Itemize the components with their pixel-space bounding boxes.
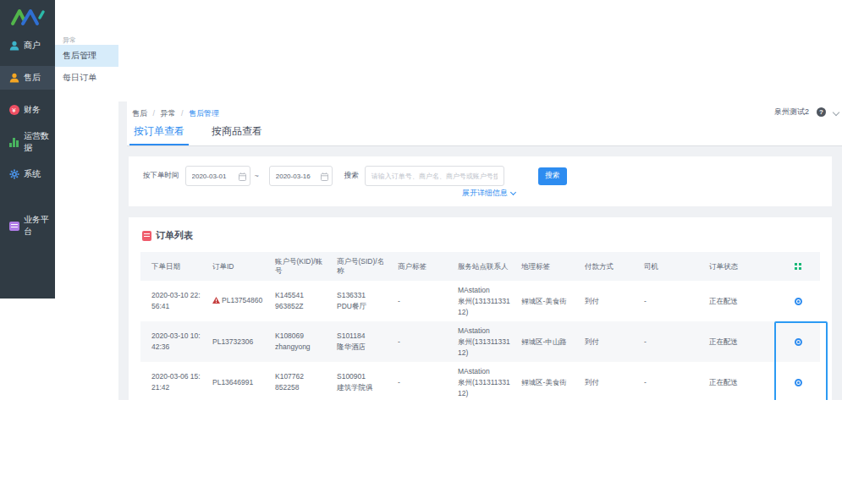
cell-order-status: 正在配送	[698, 296, 776, 307]
cell-order-id: PL13646991	[201, 377, 264, 388]
primary-sidebar: 商户 售后 ¥ 财务 运营数据 系统 业务平	[0, 0, 55, 299]
sidebar-item-label: 商户	[24, 40, 41, 52]
search-button[interactable]: 搜索	[538, 167, 567, 185]
breadcrumb-item[interactable]: 异常	[161, 109, 176, 118]
cell-order-status: 正在配送	[698, 377, 776, 388]
card-title-text: 订单列表	[156, 229, 193, 242]
search-label: 搜索	[344, 171, 359, 181]
breadcrumb-item[interactable]: 售后	[132, 109, 147, 118]
submenu-group-label: 异常	[63, 36, 118, 45]
cell-order-id: PL13754860	[201, 295, 264, 307]
cell-order-id: PL13732306	[201, 337, 264, 348]
date-to-input[interactable]	[269, 166, 333, 186]
submenu-item-daily-orders[interactable]: 每日订单	[55, 67, 118, 89]
help-icon[interactable]: ?	[817, 107, 826, 117]
cell-sid-name: S100901 建筑学院俱	[326, 371, 387, 393]
col-header-order-id: 订单ID	[201, 262, 264, 271]
date-range-label: 按下单时间	[143, 171, 179, 181]
filter-card: 按下单时间 ~ 搜索 搜索 展开详细信息	[129, 156, 832, 206]
view-order-button[interactable]	[795, 298, 802, 305]
order-list-card: 订单列表 下单日期 订单ID 账户号(KID)/账号 商户号(SID)/名称 商…	[129, 217, 832, 400]
sidebar-item-system[interactable]: 系统	[0, 162, 55, 186]
cell-actions	[776, 338, 820, 346]
submenu-item-aftersales-management[interactable]: 售后管理	[55, 45, 118, 67]
col-header-merchant-tag: 商户标签	[387, 262, 447, 271]
user-area: 泉州测试2 ?	[774, 107, 835, 118]
merchant-person-icon	[8, 41, 19, 52]
order-list-icon	[142, 231, 151, 241]
warning-icon	[212, 296, 220, 307]
cell-order-date: 2020-03-10 22:56:41	[140, 290, 201, 312]
table-row: 2020-03-10 22:56:41 PL13754860 K145541 9…	[140, 281, 820, 321]
col-header-kid-account: 账户号(KID)/账号	[264, 257, 326, 276]
cell-geo-tag: 鲤城区-美食街	[510, 296, 574, 307]
cell-order-date: 2020-03-10 10:42:36	[140, 331, 201, 353]
tab-by-order[interactable]: 按订单查看	[129, 124, 189, 145]
cell-payment: 到付	[574, 337, 633, 348]
sidebar-item-label: 系统	[24, 168, 41, 180]
date-from-input[interactable]	[185, 166, 250, 186]
cell-station-contact: MAstation 泉州(13131133112)	[447, 366, 510, 399]
table-row: 2020-03-06 15:21:42 PL13646991 K107762 8…	[140, 362, 820, 400]
cell-sid-name: S136331 PDU餐厅	[326, 290, 387, 312]
cell-actions	[776, 298, 820, 305]
cell-driver: -	[633, 337, 698, 348]
view-tabs: 按订单查看 按商品查看	[129, 124, 267, 145]
primary-nav: 商户 售后 ¥ 财务 运营数据 系统 业务平	[0, 34, 55, 238]
search-input[interactable]	[365, 166, 504, 186]
date-separator: ~	[255, 172, 259, 180]
sidebar-item-merchant[interactable]: 商户	[0, 34, 55, 58]
cell-merchant-tag: -	[387, 377, 447, 388]
view-order-button[interactable]	[795, 379, 802, 386]
col-header-driver: 司机	[633, 262, 698, 271]
cell-order-date: 2020-03-06 15:21:42	[140, 371, 201, 393]
chevron-down-icon	[510, 189, 516, 195]
secondary-sidebar: 异常 售后管理 每日订单	[55, 0, 118, 299]
cell-sid-name: S101184 隆华酒店	[326, 331, 387, 353]
cell-kid-account: K145541 963852Z	[264, 290, 326, 312]
cell-driver: -	[633, 296, 698, 307]
breadcrumb: 售后 / 异常 / 售后管理	[132, 108, 219, 119]
col-header-station-contact: 服务站点联系人	[447, 262, 510, 271]
view-order-button[interactable]	[795, 338, 802, 346]
cell-station-contact: MAstation 泉州(13131133112)	[447, 285, 510, 318]
page-header: 售后 / 异常 / 售后管理 泉州测试2 ? 按订单查看 按商品查看	[127, 101, 842, 146]
col-header-order-date: 下单日期	[140, 262, 201, 271]
cell-kid-account: K107762 852258	[264, 371, 326, 393]
cell-actions	[776, 379, 820, 386]
sidebar-item-operations-data[interactable]: 运营数据	[0, 130, 55, 154]
table-body: 2020-03-10 22:56:41 PL13754860 K145541 9…	[140, 281, 820, 400]
sidebar-item-label: 财务	[24, 104, 41, 116]
cell-station-contact: MAstation 泉州(13131133112)	[447, 326, 510, 359]
main-content: 售后 / 异常 / 售后管理 泉州测试2 ? 按订单查看 按商品查看 按下单时间…	[118, 101, 842, 400]
cell-geo-tag: 鲤城区-中山路	[510, 337, 574, 348]
col-header-order-status: 订单状态	[698, 262, 776, 271]
chevron-down-icon[interactable]	[833, 108, 839, 115]
table-row: 2020-03-10 10:42:36 PL13732306 K108069 z…	[140, 321, 820, 362]
cell-payment: 到付	[574, 296, 633, 307]
calendar-icon[interactable]	[321, 173, 328, 181]
expand-details-link[interactable]: 展开详细信息	[462, 188, 515, 199]
col-header-geo-tag: 地理标签	[510, 262, 574, 271]
filter-row: 按下单时间 ~ 搜索 搜索	[129, 166, 567, 186]
tab-by-product[interactable]: 按商品查看	[207, 124, 267, 145]
aftersales-person-icon	[8, 73, 19, 84]
cell-merchant-tag: -	[387, 296, 447, 307]
sidebar-item-aftersales[interactable]: 售后	[0, 66, 55, 90]
calendar-icon[interactable]	[239, 173, 246, 181]
sidebar-item-label: 业务平台	[24, 214, 55, 238]
card-title: 订单列表	[142, 229, 193, 242]
cell-driver: -	[633, 377, 698, 388]
sidebar-item-business-platform[interactable]: 业务平台	[0, 214, 55, 238]
sidebar-item-finance[interactable]: ¥ 财务	[0, 98, 55, 122]
gear-icon	[8, 169, 19, 180]
col-header-payment: 付款方式	[574, 262, 633, 271]
sidebar-item-label: 运营数据	[24, 130, 55, 154]
column-settings-icon[interactable]	[795, 263, 801, 270]
orders-table: 下单日期 订单ID 账户号(KID)/账号 商户号(SID)/名称 商户标签 服…	[140, 252, 820, 400]
bar-chart-icon	[8, 137, 19, 148]
user-name[interactable]: 泉州测试2	[774, 107, 809, 118]
logo-icon	[9, 8, 47, 26]
finance-yen-icon: ¥	[8, 105, 19, 116]
col-header-sid-name: 商户号(SID)/名称	[326, 257, 387, 276]
